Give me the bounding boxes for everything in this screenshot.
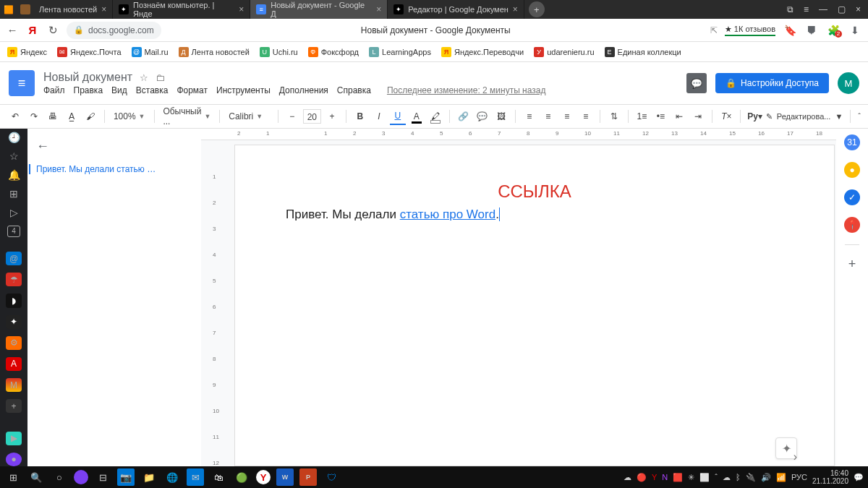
yandex-browser-icon[interactable]: Y — [256, 470, 271, 484]
scroll-right-icon[interactable]: › — [793, 450, 797, 463]
powerpoint-icon[interactable]: P — [299, 468, 317, 486]
editing-mode-select[interactable]: ✎ Редактирова...▼ ˆ — [766, 110, 861, 123]
bold-icon[interactable]: B — [352, 108, 368, 125]
collapse-icon[interactable]: ˆ — [858, 112, 861, 121]
share-button[interactable]: 🔒 Настройки Доступа — [715, 73, 829, 93]
copy-icon[interactable]: ⧉ — [787, 4, 793, 14]
yandex-icon[interactable]: Я — [26, 24, 39, 36]
popout-icon[interactable]: ⇱ — [710, 25, 718, 35]
increase-font-icon[interactable]: + — [324, 108, 340, 125]
minimize-icon[interactable]: — — [819, 4, 827, 14]
app-icon[interactable]: ⚙ — [6, 336, 22, 350]
decrease-font-icon[interactable]: − — [284, 108, 300, 125]
reload-icon[interactable]: ↻ — [46, 24, 59, 37]
tray-wifi-icon[interactable]: 📶 — [776, 473, 786, 482]
grid-icon[interactable]: ⊞ — [9, 188, 18, 200]
tray-yandex-icon[interactable]: Y — [652, 473, 657, 481]
print-icon[interactable]: 🖶 — [45, 108, 61, 125]
text-color-icon[interactable]: A — [409, 108, 425, 125]
tray-volume-icon[interactable]: 🔊 — [761, 473, 771, 482]
close-icon[interactable]: × — [376, 4, 381, 14]
bookmark-item[interactable]: ЕЕдиная коллекци — [605, 47, 681, 57]
clock[interactable]: 16:40 21.11.2020 — [812, 469, 848, 485]
start-icon[interactable]: ⊞ — [4, 468, 22, 486]
security-icon[interactable]: 🛡 — [323, 468, 340, 486]
menu-addons[interactable]: Дополнения — [279, 85, 328, 95]
align-center-icon[interactable]: ≡ — [540, 108, 556, 125]
line-spacing-icon[interactable]: ⇅ — [606, 108, 622, 125]
underline-icon[interactable]: U — [390, 108, 406, 125]
last-modified[interactable]: Последнее изменение: 2 минуты назад — [387, 85, 546, 95]
input-tools-icon[interactable]: Рy ▾ — [746, 108, 763, 125]
bookmark-item[interactable]: ДЛента новостей — [179, 47, 250, 57]
bookmark-item[interactable]: ЯЯндекс.Переводчи — [441, 47, 524, 57]
browser-tab-active[interactable]: ≡ Новый документ - Google Д × — [250, 0, 388, 19]
notifications-icon[interactable]: 💬 — [854, 473, 864, 482]
menu-format[interactable]: Формат — [176, 85, 208, 95]
vertical-ruler[interactable]: 1234567891011121314 — [201, 140, 221, 466]
maps-icon[interactable]: 📍 — [844, 217, 860, 233]
reviews-badge[interactable]: ★ 1К отзывов — [725, 25, 775, 36]
new-tab-button[interactable]: + — [529, 1, 545, 17]
calendar-icon[interactable]: 31 — [844, 134, 860, 150]
horizontal-ruler[interactable]: 21123456789101112131415161718 — [201, 129, 836, 140]
menu-edit[interactable]: Правка — [74, 85, 103, 95]
alice-icon[interactable]: ● — [6, 453, 22, 466]
bookmark-icon[interactable]: 🔖 — [783, 25, 797, 36]
bookmark-item[interactable]: UUchi.ru — [260, 47, 298, 57]
insert-link-icon[interactable]: 🔗 — [456, 108, 472, 125]
decrease-indent-icon[interactable]: ⇤ — [671, 108, 687, 125]
back-icon[interactable]: ← — [6, 24, 19, 36]
redo-icon[interactable]: ↷ — [26, 108, 42, 125]
cortana-icon[interactable]: ○ — [51, 468, 68, 486]
outline-item[interactable]: Привет. Мы делали статью … — [29, 164, 192, 174]
doc-title[interactable]: Новый документ — [43, 71, 132, 84]
app-icon[interactable]: @ — [6, 252, 22, 265]
search-icon[interactable]: 🔍 — [27, 468, 45, 486]
tray-onedrive-icon[interactable]: ☁ — [723, 473, 731, 482]
document-page[interactable]: ССЫЛКА Привет. Мы делали статью про Word… — [234, 145, 835, 466]
outline-back-icon[interactable]: ← — [36, 139, 192, 154]
menu-view[interactable]: Вид — [111, 85, 127, 95]
edge-icon[interactable]: 🌐 — [163, 468, 181, 486]
app-icon[interactable]: A — [6, 357, 22, 371]
alice-taskbar-icon[interactable] — [74, 470, 88, 484]
bell-icon[interactable]: 🔔 — [8, 169, 20, 181]
download-icon[interactable]: ⬇ — [848, 25, 862, 36]
docs-app-icon[interactable]: ≡ — [9, 70, 35, 96]
star-icon[interactable]: ☆ — [140, 72, 148, 83]
increase-indent-icon[interactable]: ⇥ — [690, 108, 706, 125]
move-icon[interactable]: 🗀 — [156, 72, 165, 83]
insert-comment-icon[interactable]: 💬 — [475, 108, 490, 125]
bookmark-item[interactable]: ФФоксфорд — [308, 47, 359, 57]
italic-icon[interactable]: I — [371, 108, 387, 125]
bookmark-item[interactable]: ЯЯндекс — [7, 47, 47, 57]
menu-tools[interactable]: Инструменты — [216, 85, 271, 95]
app-icon[interactable]: M — [6, 378, 22, 392]
insert-image-icon[interactable]: 🖼 — [493, 108, 509, 125]
tray-language[interactable]: РУС — [791, 473, 807, 481]
doc-paragraph[interactable]: Привет. Мы делали статью про Word. — [286, 207, 783, 222]
url-box[interactable]: 🔒 docs.google.com — [67, 22, 161, 39]
bookmark-item[interactable]: @Mail.ru — [132, 47, 169, 57]
comments-button[interactable]: 💬 — [686, 73, 707, 93]
browser-tab[interactable]: Лента новостей × — [33, 0, 113, 19]
spellcheck-icon[interactable]: A̲ — [64, 108, 80, 125]
highlight-icon[interactable]: 🖍 — [427, 108, 443, 125]
star-icon[interactable]: ☆ — [9, 150, 19, 162]
app-icon[interactable]: ✦ — [6, 315, 22, 329]
tray-icon[interactable]: 🟥 — [673, 473, 683, 482]
browser-tab[interactable]: ✦ Познаём компьютер. | Янде × — [113, 0, 250, 19]
play-icon[interactable]: ▷ — [10, 207, 18, 218]
app-icon[interactable]: ☂ — [6, 273, 22, 286]
store-icon[interactable]: 🛍 — [210, 468, 227, 486]
add-app-icon[interactable]: + — [6, 399, 22, 413]
taskview-icon[interactable]: ⊟ — [94, 468, 111, 486]
close-icon[interactable]: × — [513, 4, 518, 14]
mail-icon[interactable]: ✉ — [187, 468, 204, 486]
clear-format-icon[interactable]: T× — [718, 108, 734, 125]
bookmark-item[interactable]: LLearningApps — [369, 47, 431, 57]
tray-power-icon[interactable]: 🔌 — [746, 473, 756, 482]
doc-heading[interactable]: ССЫЛКА — [286, 181, 783, 202]
chrome-icon[interactable]: 🟢 — [233, 468, 250, 486]
